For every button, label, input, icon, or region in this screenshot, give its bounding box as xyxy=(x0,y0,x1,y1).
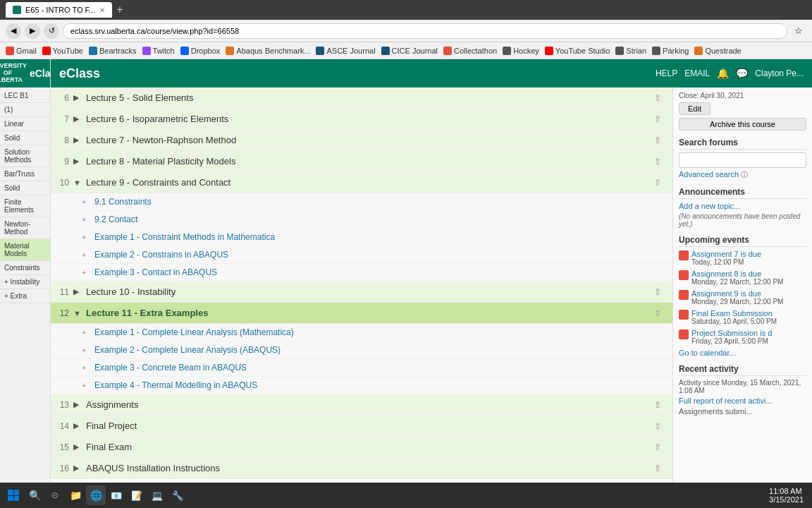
email-link[interactable]: EMAIL xyxy=(684,68,710,78)
event-3-label[interactable]: Assignment 9 is due xyxy=(691,289,783,298)
bookmark-parking[interactable]: Parking xyxy=(652,47,689,55)
share-icon-9[interactable]: ⇧ xyxy=(654,157,667,167)
bookmark-cice[interactable]: CICE Journal xyxy=(381,47,438,55)
event-1-label[interactable]: Assignment 7 is due xyxy=(691,250,761,258)
course-row-7[interactable]: 7 ▶ Lecture 6 - Isoparametric Elements ⇧ xyxy=(51,109,672,130)
course-row-9[interactable]: 9 ▶ Lecture 8 - Material Plasticity Mode… xyxy=(51,151,672,172)
sidebar-item-constraints[interactable]: Constraints xyxy=(0,261,50,275)
expand-icon-13[interactable]: ▶ xyxy=(73,400,83,409)
browser-tab[interactable]: E65 - INTRO TO F... ✕ xyxy=(6,2,112,18)
sidebar-item-lecb1[interactable]: LEC B1 xyxy=(0,89,50,103)
subitem-expand-icon-ex4l[interactable]: + xyxy=(82,381,92,389)
reload-btn[interactable]: ↺ xyxy=(44,23,59,39)
bookmark-strian[interactable]: Strian xyxy=(615,47,646,55)
full-report-link[interactable]: Full report of recent activi... xyxy=(679,397,806,405)
taskbar-start[interactable] xyxy=(3,485,24,506)
event-5-label[interactable]: Project Submission is d xyxy=(691,329,772,337)
notification-bell-icon[interactable]: 🔔 xyxy=(717,68,729,79)
subitem-expand-icon-ex2l[interactable]: + xyxy=(82,346,92,354)
sidebar-item-solution[interactable]: Solution Methods xyxy=(0,145,50,167)
taskbar-item-3[interactable]: 📝 xyxy=(127,485,147,505)
subitem-ex2-constraints[interactable]: + Example 2 - Constrains in ABAQUS xyxy=(51,246,672,264)
subitem-ex2-linear[interactable]: + Example 2 - Complete Linear Analysis (… xyxy=(51,341,672,359)
sidebar-item-1[interactable]: (1) xyxy=(0,103,50,117)
course-row-8[interactable]: 8 ▶ Lecture 7 - Newton-Raphson Method ⇧ xyxy=(51,130,672,151)
share-icon-7[interactable]: ⇧ xyxy=(654,114,667,124)
sidebar-item-solid[interactable]: Solid xyxy=(0,131,50,145)
bookmark-twitch[interactable]: Twitch xyxy=(142,47,175,55)
taskbar-item-2[interactable]: 📧 xyxy=(106,485,126,505)
course-row-13[interactable]: 13 ▶ Assignments ⇧ xyxy=(51,394,672,416)
bookmark-hockey[interactable]: Hockey xyxy=(503,47,539,55)
expand-icon-10[interactable]: ▼ xyxy=(73,179,83,187)
sidebar-item-newton[interactable]: Newton-Method xyxy=(0,217,50,239)
share-icon-10[interactable]: ⇧ xyxy=(654,178,667,188)
subitem-expand-icon-ex1c[interactable]: + xyxy=(82,233,92,241)
subitem-ex3-contact[interactable]: + Example 3 - Contact in ABAQUS xyxy=(51,264,672,282)
subitem-ex1-linear[interactable]: + Example 1 - Complete Linear Analysis (… xyxy=(51,324,672,341)
advanced-search-link[interactable]: Advanced search ⓘ xyxy=(679,170,806,180)
share-icon-14[interactable]: ⇧ xyxy=(654,421,667,431)
course-row-11[interactable]: 11 ▶ Lecture 10 - Instability ⇧ xyxy=(51,282,672,303)
sidebar-item-extra[interactable]: + Extra xyxy=(0,289,50,303)
subitem-expand-icon-ex3c[interactable]: + xyxy=(82,268,92,277)
search-forums-input[interactable] xyxy=(679,152,806,168)
course-row-16[interactable]: 16 ▶ ABAQUS Installation Instructions ⇧ xyxy=(51,458,672,479)
share-icon-8[interactable]: ⇧ xyxy=(654,135,667,145)
event-4-label[interactable]: Final Exam Submission xyxy=(691,309,777,318)
taskbar-item-5[interactable]: 🔧 xyxy=(168,485,187,505)
bookmark-youtube[interactable]: YouTube xyxy=(42,47,83,55)
forward-btn[interactable]: ▶ xyxy=(25,23,40,39)
expand-icon-7[interactable]: ▶ xyxy=(73,114,83,123)
subitem-ex1-constraints[interactable]: + Example 1 - Constraint Methods in Math… xyxy=(51,229,672,246)
add-topic-link[interactable]: Add a new topic... xyxy=(679,202,806,210)
new-tab-btn[interactable]: + xyxy=(116,4,123,16)
expand-icon-12[interactable]: ▼ xyxy=(73,309,83,318)
sidebar-item-linear[interactable]: Linear xyxy=(0,117,50,131)
event-2-label[interactable]: Assignment 8 is due xyxy=(691,270,783,278)
course-row-10[interactable]: 10 ▼ Lecture 9 - Constraints and Contact… xyxy=(51,172,672,193)
course-row-14[interactable]: 14 ▶ Final Project ⇧ xyxy=(51,416,672,437)
subitem-expand-icon-ex2c[interactable]: + xyxy=(82,250,92,259)
expand-icon-16[interactable]: ▶ xyxy=(73,464,83,473)
sidebar-item-finite[interactable]: Finite Elements xyxy=(0,195,50,217)
subitem-expand-icon-ex3l[interactable]: + xyxy=(82,363,92,372)
share-icon-12[interactable]: ⇧ xyxy=(654,308,667,318)
expand-icon-14[interactable]: ▶ xyxy=(73,421,83,430)
taskbar-chrome[interactable]: 🌐 xyxy=(86,485,106,505)
bookmark-questrade[interactable]: Questrade xyxy=(694,47,741,55)
share-icon-13[interactable]: ⇧ xyxy=(654,400,667,410)
expand-icon-8[interactable]: ▶ xyxy=(73,135,83,145)
bookmark-asce[interactable]: ASCE Journal xyxy=(316,47,375,55)
taskbar-item-4[interactable]: 💻 xyxy=(147,485,167,505)
chat-icon[interactable]: 💬 xyxy=(736,68,748,79)
subitem-92[interactable]: + 9.2 Contact xyxy=(51,211,672,229)
bookmark-gmail[interactable]: Gmail xyxy=(6,47,37,55)
help-link[interactable]: HELP xyxy=(656,68,677,78)
course-row-6[interactable]: 6 ▶ Lecture 5 - Solid Elements ⇧ xyxy=(51,87,672,109)
share-icon-15[interactable]: ⇧ xyxy=(654,442,667,452)
bookmark-beartracks[interactable]: Beartracks xyxy=(89,47,137,55)
taskbar-cortana[interactable]: ⊙ xyxy=(45,485,65,505)
expand-icon-6[interactable]: ▶ xyxy=(73,93,83,102)
sidebar-item-solid2[interactable]: Solid xyxy=(0,181,50,195)
subitem-91[interactable]: + 9.1 Constraints xyxy=(51,193,672,211)
share-icon-6[interactable]: ⇧ xyxy=(654,93,667,103)
tab-close-icon[interactable]: ✕ xyxy=(99,6,105,14)
bookmark-dropbox[interactable]: Dropbox xyxy=(180,47,221,55)
expand-icon-15[interactable]: ▶ xyxy=(73,442,83,452)
course-row-12[interactable]: 12 ▼ Lecture 11 - Extra Examples ⇧ xyxy=(51,303,672,324)
back-btn[interactable]: ◀ xyxy=(6,23,21,39)
subitem-expand-icon-91[interactable]: + xyxy=(82,198,92,206)
bookmark-collectathon[interactable]: Collectathon xyxy=(443,47,497,55)
sidebar-item-bartruss[interactable]: Bar/Truss xyxy=(0,167,50,181)
taskbar-search[interactable]: 🔍 xyxy=(25,485,44,505)
bookmark-abaqus[interactable]: Abaqus Benchmark... xyxy=(226,47,310,55)
bookmark-ytstudio[interactable]: YouTube Studio xyxy=(545,47,610,55)
subitem-ex4-thermal[interactable]: + Example 4 - Thermal Modelling in ABAQU… xyxy=(51,377,672,394)
sidebar-item-material[interactable]: Material Models xyxy=(0,239,50,261)
subitem-expand-icon-ex1l[interactable]: + xyxy=(82,328,92,337)
archive-course-button[interactable]: Archive this course xyxy=(679,118,806,131)
user-name[interactable]: Clayton Pe... xyxy=(755,68,804,78)
taskbar-file-explorer[interactable]: 📁 xyxy=(66,485,85,505)
